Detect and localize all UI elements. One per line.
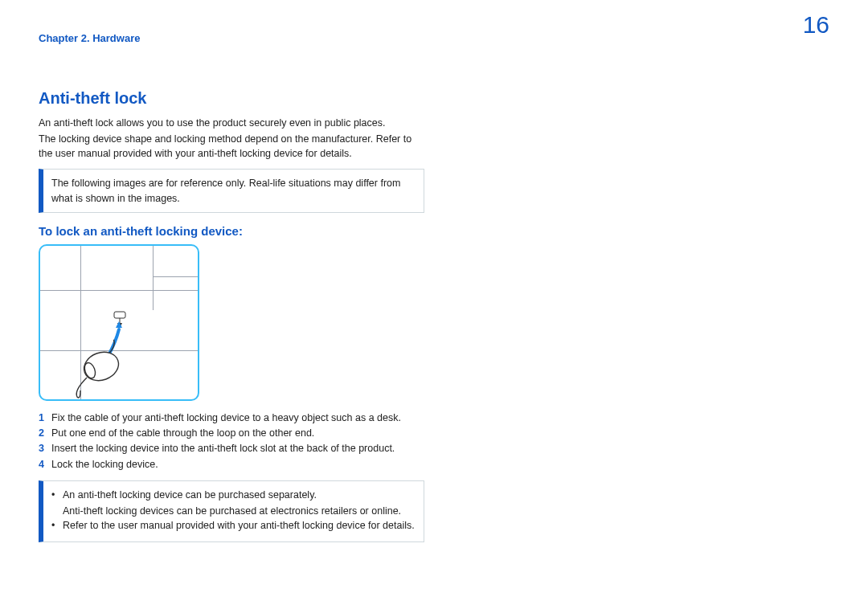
lock-diagram-figure	[39, 244, 199, 401]
page-header: Chapter 2. Hardware	[39, 32, 829, 44]
intro-paragraph-2: The locking device shape and locking met…	[39, 132, 424, 161]
step-text: Lock the locking device.	[51, 457, 158, 472]
note-box-reference: The following images are for reference o…	[39, 169, 424, 212]
step-number: 1	[39, 411, 51, 426]
note-bullet: Refer to the user manual provided with y…	[51, 518, 416, 533]
step-number: 3	[39, 441, 51, 456]
step-item: 2 Put one end of the cable through the l…	[39, 426, 424, 441]
note-box-purchase: An anti-theft locking device can be purc…	[39, 480, 424, 541]
manual-page: Chapter 2. Hardware 16 Anti-theft lock A…	[0, 0, 868, 613]
intro-paragraph-1: An anti-theft lock allows you to use the…	[39, 116, 424, 130]
step-number: 4	[39, 457, 51, 472]
step-text: Fix the cable of your anti-theft locking…	[51, 411, 401, 426]
step-text: Put one end of the cable through the loo…	[51, 426, 314, 441]
step-number: 2	[39, 426, 51, 441]
page-number: 16	[803, 11, 829, 39]
chapter-label: Chapter 2. Hardware	[39, 32, 140, 44]
note-bullet: An anti-theft locking device can be purc…	[51, 488, 416, 502]
step-item: 1 Fix the cable of your anti-theft locki…	[39, 411, 424, 426]
subheading: To lock an anti-theft locking device:	[39, 224, 424, 238]
step-item: 3 Insert the locking device into the ant…	[39, 441, 424, 456]
step-text: Insert the locking device into the anti-…	[51, 441, 395, 456]
step-item: 4 Lock the locking device.	[39, 457, 424, 472]
note-subline: Anti-theft locking devices can be purcha…	[51, 504, 416, 518]
step-list: 1 Fix the cable of your anti-theft locki…	[39, 411, 424, 473]
lock-icon	[69, 310, 149, 398]
section-title: Anti-theft lock	[39, 89, 424, 108]
svg-rect-0	[114, 312, 125, 318]
main-column: Anti-theft lock An anti-theft lock allow…	[39, 89, 424, 542]
